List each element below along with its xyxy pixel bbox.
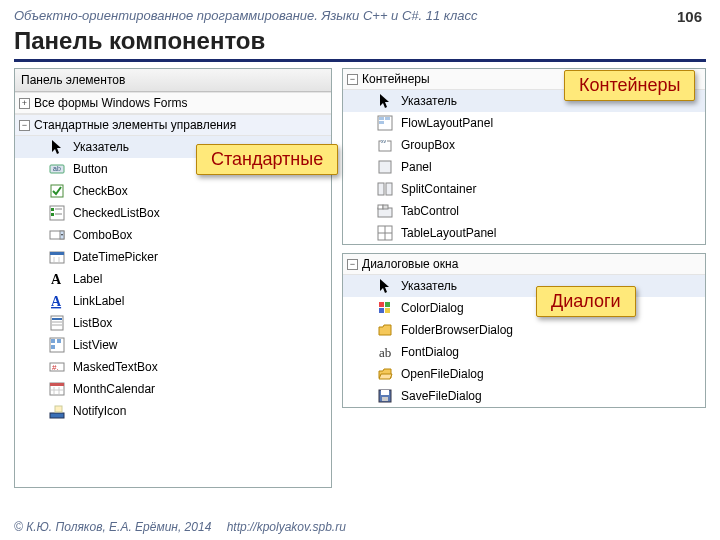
toolbox-item-datetime[interactable]: DateTimePicker xyxy=(15,246,331,268)
svg-rect-45 xyxy=(383,205,388,209)
svg-text:xv: xv xyxy=(381,138,387,144)
toolbox-item-combobox[interactable]: ComboBox xyxy=(15,224,331,246)
toolbox-item-checkbox[interactable]: CheckBox xyxy=(15,180,331,202)
callout-containers: Контейнеры xyxy=(564,70,695,101)
toolbox-item-table[interactable]: TableLayoutPanel xyxy=(343,222,705,244)
toolbox-item-linklabel[interactable]: ALinkLabel xyxy=(15,290,331,312)
toolbox-item-label: CheckBox xyxy=(73,184,128,198)
minus-icon[interactable]: − xyxy=(19,120,30,131)
open-icon xyxy=(377,366,393,382)
minus-icon[interactable]: − xyxy=(347,259,358,270)
svg-rect-5 xyxy=(51,213,54,216)
svg-rect-11 xyxy=(50,252,64,255)
toolbox-item-label: ListView xyxy=(73,338,117,352)
svg-rect-36 xyxy=(379,121,384,124)
toolbox-item-label: NotifyIcon xyxy=(73,404,126,418)
svg-rect-55 xyxy=(381,390,389,395)
toolbox-item-save[interactable]: SaveFileDialog xyxy=(343,385,705,407)
toolbox-item-label: LinkLabel xyxy=(73,294,124,308)
toolbox-item-label: MaskedTextBox xyxy=(73,360,158,374)
groupbox-icon: xv xyxy=(377,137,393,153)
toolbox-item-listview[interactable]: ListView xyxy=(15,334,331,356)
table-icon xyxy=(377,225,393,241)
toolbox-item-open[interactable]: OpenFileDialog xyxy=(343,363,705,385)
slide-caption: Объектно-ориентированное программировани… xyxy=(0,0,720,25)
datetime-icon xyxy=(49,249,65,265)
combobox-icon xyxy=(49,227,65,243)
toolbox-item-color[interactable]: ColorDialog xyxy=(343,297,705,319)
svg-text:A: A xyxy=(51,294,62,309)
toolbox-item-label: Panel xyxy=(401,160,432,174)
toolbox-item-label: DateTimePicker xyxy=(73,250,158,264)
toolbox-item-calendar[interactable]: MonthCalendar xyxy=(15,378,331,400)
svg-text:A: A xyxy=(51,272,62,287)
color-icon xyxy=(377,300,393,316)
label-icon: A xyxy=(49,271,65,287)
button-icon: ab xyxy=(49,161,65,177)
svg-rect-34 xyxy=(379,117,384,120)
toolbox-item-flow[interactable]: FlowLayoutPanel xyxy=(343,112,705,134)
toolbox-item-font[interactable]: abFontDialog xyxy=(343,341,705,363)
group-standard[interactable]: − Стандартные элементы управления xyxy=(15,114,331,136)
toolbox-item-label: ListBox xyxy=(73,316,112,330)
flow-icon xyxy=(377,115,393,131)
panel-titlebar: Панель элементов xyxy=(15,69,331,92)
page-title: Панель компонентов xyxy=(0,25,720,59)
calendar-icon xyxy=(49,381,65,397)
split-icon xyxy=(377,181,393,197)
notify-icon xyxy=(49,403,65,419)
toolbox-item-checkedlist[interactable]: CheckedListBox xyxy=(15,202,331,224)
toolbox-item-label[interactable]: ALabel xyxy=(15,268,331,290)
toolbox-item-label: SplitContainer xyxy=(401,182,476,196)
tab-icon xyxy=(377,203,393,219)
group-dialogs[interactable]: − Диалоговые окна xyxy=(343,254,705,275)
svg-rect-44 xyxy=(378,205,383,209)
minus-icon[interactable]: − xyxy=(347,74,358,85)
listbox-icon xyxy=(49,315,65,331)
svg-rect-56 xyxy=(382,397,388,401)
group-label: Стандартные элементы управления xyxy=(34,118,236,132)
toolbox-item-label: SaveFileDialog xyxy=(401,389,482,403)
toolbox-panel-dialogs: − Диалоговые окна УказательColorDialogFo… xyxy=(342,253,706,408)
toolbox-item-label: FlowLayoutPanel xyxy=(401,116,493,130)
toolbox-item-split[interactable]: SplitContainer xyxy=(343,178,705,200)
svg-rect-27 xyxy=(50,383,64,386)
svg-text:ab: ab xyxy=(53,165,61,172)
toolbox-item-groupbox[interactable]: xvGroupBox xyxy=(343,134,705,156)
group-label: Все формы Windows Forms xyxy=(34,96,187,110)
toolbox-item-pointer[interactable]: Указатель xyxy=(343,275,705,297)
svg-rect-40 xyxy=(379,161,391,173)
toolbox-item-label: CheckedListBox xyxy=(73,206,160,220)
group-all-forms[interactable]: + Все формы Windows Forms xyxy=(15,92,331,114)
callout-dialogs: Диалоги xyxy=(536,286,636,317)
toolbox-item-folder[interactable]: FolderBrowserDialog xyxy=(343,319,705,341)
toolbox-item-label: TabControl xyxy=(401,204,459,218)
toolbox-item-listbox[interactable]: ListBox xyxy=(15,312,331,334)
svg-text:#.: #. xyxy=(52,363,59,372)
svg-rect-17 xyxy=(52,318,62,320)
linklabel-icon: A xyxy=(49,293,65,309)
svg-rect-21 xyxy=(51,339,55,343)
plus-icon[interactable]: + xyxy=(19,98,30,109)
toolbox-item-tab[interactable]: TabControl xyxy=(343,200,705,222)
svg-rect-23 xyxy=(51,345,55,349)
svg-rect-49 xyxy=(379,302,384,307)
toolbox-item-label: Указатель xyxy=(401,94,457,108)
toolbox-item-masked[interactable]: #.MaskedTextBox xyxy=(15,356,331,378)
callout-standard: Стандартные xyxy=(196,144,338,175)
svg-rect-4 xyxy=(51,208,54,211)
svg-rect-31 xyxy=(50,413,64,418)
svg-rect-52 xyxy=(385,308,390,313)
toolbox-item-label: MonthCalendar xyxy=(73,382,155,396)
title-rule xyxy=(14,59,706,62)
toolbox-item-notify[interactable]: NotifyIcon xyxy=(15,400,331,422)
toolbox-item-panel[interactable]: Panel xyxy=(343,156,705,178)
svg-rect-51 xyxy=(379,308,384,313)
pointer-icon xyxy=(377,278,393,294)
listview-icon xyxy=(49,337,65,353)
toolbox-item-label: OpenFileDialog xyxy=(401,367,484,381)
svg-rect-41 xyxy=(378,183,384,195)
toolbox-item-label: Указатель xyxy=(401,279,457,293)
svg-rect-22 xyxy=(57,339,61,343)
svg-rect-50 xyxy=(385,302,390,307)
